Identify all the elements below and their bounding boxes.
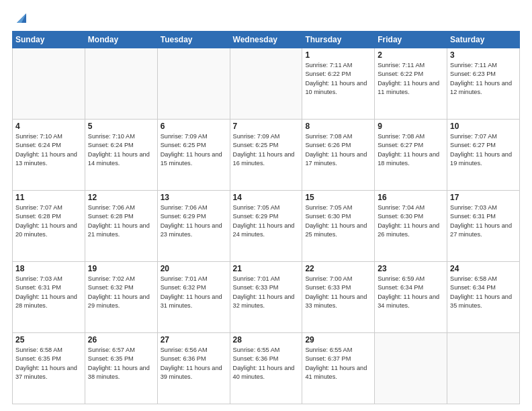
day-number: 12 — [88, 193, 154, 202]
day-number: 28 — [233, 335, 300, 345]
day-cell: 25Sunrise: 6:58 AMSunset: 6:35 PMDayligh… — [13, 333, 85, 404]
day-number: 4 — [15, 122, 82, 131]
day-cell: 23Sunrise: 6:59 AMSunset: 6:34 PMDayligh… — [375, 262, 447, 333]
sun-info: Sunrise: 6:55 AMSunset: 6:36 PMDaylight:… — [233, 346, 300, 381]
sun-info: Sunrise: 7:05 AMSunset: 6:30 PMDaylight:… — [305, 203, 371, 239]
col-header-wednesday: Wednesday — [230, 32, 302, 48]
sun-info: Sunrise: 6:59 AMSunset: 6:34 PMDaylight:… — [378, 275, 444, 310]
day-number: 7 — [233, 122, 300, 131]
day-number: 10 — [450, 122, 517, 131]
day-number: 21 — [233, 264, 300, 273]
day-number: 19 — [88, 264, 154, 273]
sun-info: Sunrise: 7:11 AMSunset: 6:22 PMDaylight:… — [305, 61, 371, 97]
day-number: 25 — [15, 335, 82, 345]
logo — [12, 12, 29, 26]
day-cell: 14Sunrise: 7:05 AMSunset: 6:29 PMDayligh… — [230, 191, 302, 262]
day-cell: 13Sunrise: 7:06 AMSunset: 6:29 PMDayligh… — [157, 191, 230, 262]
day-number: 5 — [88, 122, 154, 131]
col-header-friday: Friday — [375, 32, 447, 48]
sun-info: Sunrise: 7:03 AMSunset: 6:31 PMDaylight:… — [15, 275, 82, 310]
day-number: 18 — [15, 264, 82, 273]
week-row-2: 4Sunrise: 7:10 AMSunset: 6:24 PMDaylight… — [13, 120, 520, 191]
day-number: 23 — [378, 264, 444, 273]
calendar-table: SundayMondayTuesdayWednesdayThursdayFrid… — [12, 31, 520, 404]
day-cell: 18Sunrise: 7:03 AMSunset: 6:31 PMDayligh… — [13, 262, 85, 333]
sun-info: Sunrise: 6:58 AMSunset: 6:34 PMDaylight:… — [450, 275, 517, 310]
sun-info: Sunrise: 7:08 AMSunset: 6:26 PMDaylight:… — [305, 132, 371, 168]
week-row-3: 11Sunrise: 7:07 AMSunset: 6:28 PMDayligh… — [13, 191, 520, 262]
day-cell: 16Sunrise: 7:04 AMSunset: 6:30 PMDayligh… — [375, 191, 447, 262]
day-cell: 28Sunrise: 6:55 AMSunset: 6:36 PMDayligh… — [230, 333, 302, 404]
day-cell: 11Sunrise: 7:07 AMSunset: 6:28 PMDayligh… — [13, 191, 85, 262]
day-number: 17 — [450, 193, 517, 202]
day-cell: 5Sunrise: 7:10 AMSunset: 6:24 PMDaylight… — [85, 120, 157, 191]
day-cell: 15Sunrise: 7:05 AMSunset: 6:30 PMDayligh… — [302, 191, 375, 262]
col-header-monday: Monday — [85, 32, 157, 48]
sun-info: Sunrise: 7:03 AMSunset: 6:31 PMDaylight:… — [450, 203, 517, 239]
day-cell — [85, 48, 157, 120]
col-header-tuesday: Tuesday — [157, 32, 230, 48]
day-number: 29 — [305, 335, 371, 345]
day-number: 6 — [161, 122, 227, 131]
day-cell: 1Sunrise: 7:11 AMSunset: 6:22 PMDaylight… — [302, 48, 375, 120]
day-cell: 8Sunrise: 7:08 AMSunset: 6:26 PMDaylight… — [302, 120, 375, 191]
sun-info: Sunrise: 7:10 AMSunset: 6:24 PMDaylight:… — [88, 132, 154, 168]
day-cell: 6Sunrise: 7:09 AMSunset: 6:25 PMDaylight… — [157, 120, 230, 191]
sun-info: Sunrise: 7:05 AMSunset: 6:29 PMDaylight:… — [233, 203, 300, 239]
col-header-saturday: Saturday — [447, 32, 520, 48]
day-cell: 3Sunrise: 7:11 AMSunset: 6:23 PMDaylight… — [447, 48, 520, 120]
day-number: 8 — [305, 122, 371, 131]
col-header-thursday: Thursday — [302, 32, 375, 48]
sun-info: Sunrise: 6:55 AMSunset: 6:37 PMDaylight:… — [305, 346, 371, 381]
day-cell: 12Sunrise: 7:06 AMSunset: 6:28 PMDayligh… — [85, 191, 157, 262]
sun-info: Sunrise: 6:57 AMSunset: 6:35 PMDaylight:… — [88, 346, 154, 381]
sun-info: Sunrise: 7:08 AMSunset: 6:27 PMDaylight:… — [378, 132, 444, 168]
sun-info: Sunrise: 7:09 AMSunset: 6:25 PMDaylight:… — [233, 132, 300, 168]
sun-info: Sunrise: 7:09 AMSunset: 6:25 PMDaylight:… — [161, 132, 227, 168]
day-number: 15 — [305, 193, 371, 202]
week-row-1: 1Sunrise: 7:11 AMSunset: 6:22 PMDaylight… — [13, 48, 520, 120]
logo-icon — [14, 11, 29, 26]
day-cell: 7Sunrise: 7:09 AMSunset: 6:25 PMDaylight… — [230, 120, 302, 191]
sun-info: Sunrise: 7:01 AMSunset: 6:32 PMDaylight:… — [161, 275, 227, 310]
sun-info: Sunrise: 7:06 AMSunset: 6:28 PMDaylight:… — [88, 203, 154, 239]
sun-info: Sunrise: 7:10 AMSunset: 6:24 PMDaylight:… — [15, 132, 82, 168]
day-cell: 2Sunrise: 7:11 AMSunset: 6:22 PMDaylight… — [375, 48, 447, 120]
day-cell — [13, 48, 85, 120]
sun-info: Sunrise: 7:11 AMSunset: 6:23 PMDaylight:… — [450, 61, 517, 97]
day-number: 16 — [378, 193, 444, 202]
day-number: 14 — [233, 193, 300, 202]
day-cell: 4Sunrise: 7:10 AMSunset: 6:24 PMDaylight… — [13, 120, 85, 191]
day-cell — [230, 48, 302, 120]
day-number: 2 — [378, 50, 444, 60]
page: SundayMondayTuesdayWednesdayThursdayFrid… — [0, 0, 532, 411]
header — [12, 12, 520, 26]
day-cell: 9Sunrise: 7:08 AMSunset: 6:27 PMDaylight… — [375, 120, 447, 191]
sun-info: Sunrise: 7:11 AMSunset: 6:22 PMDaylight:… — [378, 61, 444, 97]
day-cell: 17Sunrise: 7:03 AMSunset: 6:31 PMDayligh… — [447, 191, 520, 262]
day-cell — [375, 333, 447, 404]
col-header-sunday: Sunday — [13, 32, 85, 48]
sun-info: Sunrise: 7:07 AMSunset: 6:28 PMDaylight:… — [15, 203, 82, 239]
day-cell: 29Sunrise: 6:55 AMSunset: 6:37 PMDayligh… — [302, 333, 375, 404]
day-cell: 24Sunrise: 6:58 AMSunset: 6:34 PMDayligh… — [447, 262, 520, 333]
day-cell: 21Sunrise: 7:01 AMSunset: 6:33 PMDayligh… — [230, 262, 302, 333]
week-row-5: 25Sunrise: 6:58 AMSunset: 6:35 PMDayligh… — [13, 333, 520, 404]
day-cell: 20Sunrise: 7:01 AMSunset: 6:32 PMDayligh… — [157, 262, 230, 333]
day-cell — [447, 333, 520, 404]
day-cell: 22Sunrise: 7:00 AMSunset: 6:33 PMDayligh… — [302, 262, 375, 333]
sun-info: Sunrise: 7:02 AMSunset: 6:32 PMDaylight:… — [88, 275, 154, 310]
day-cell — [157, 48, 230, 120]
day-number: 13 — [161, 193, 227, 202]
day-number: 27 — [161, 335, 227, 345]
sun-info: Sunrise: 6:56 AMSunset: 6:36 PMDaylight:… — [161, 346, 227, 381]
day-number: 20 — [161, 264, 227, 273]
day-number: 24 — [450, 264, 517, 273]
day-number: 3 — [450, 50, 517, 60]
sun-info: Sunrise: 6:58 AMSunset: 6:35 PMDaylight:… — [15, 346, 82, 381]
day-number: 9 — [378, 122, 444, 131]
day-cell: 19Sunrise: 7:02 AMSunset: 6:32 PMDayligh… — [85, 262, 157, 333]
day-number: 22 — [305, 264, 371, 273]
sun-info: Sunrise: 7:01 AMSunset: 6:33 PMDaylight:… — [233, 275, 300, 310]
day-cell: 10Sunrise: 7:07 AMSunset: 6:27 PMDayligh… — [447, 120, 520, 191]
